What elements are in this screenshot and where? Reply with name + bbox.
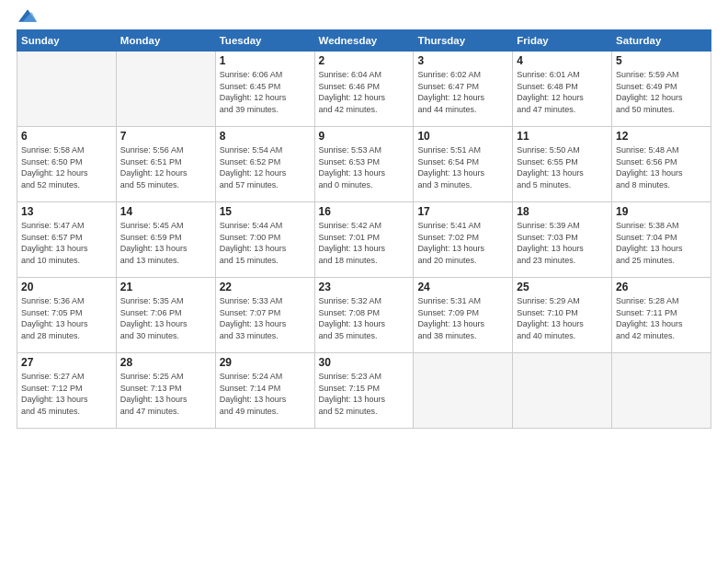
day-detail: Sunrise: 5:31 AM Sunset: 7:09 PM Dayligh…: [417, 295, 508, 341]
day-detail: Sunrise: 5:38 AM Sunset: 7:04 PM Dayligh…: [616, 220, 707, 266]
day-number: 10: [417, 130, 508, 143]
day-detail: Sunrise: 6:06 AM Sunset: 6:45 PM Dayligh…: [220, 69, 311, 115]
calendar-cell: 14Sunrise: 5:45 AM Sunset: 6:59 PM Dayli…: [116, 202, 215, 278]
calendar-cell: 19Sunrise: 5:38 AM Sunset: 7:04 PM Dayli…: [612, 202, 711, 278]
calendar-week-row: 1Sunrise: 6:06 AM Sunset: 6:45 PM Daylig…: [17, 52, 711, 127]
calendar-week-row: 13Sunrise: 5:47 AM Sunset: 6:57 PM Dayli…: [17, 202, 711, 278]
calendar-cell: 16Sunrise: 5:42 AM Sunset: 7:01 PM Dayli…: [314, 202, 414, 278]
day-detail: Sunrise: 5:56 AM Sunset: 6:51 PM Dayligh…: [120, 144, 211, 190]
day-number: 25: [517, 281, 608, 293]
day-number: 12: [616, 130, 707, 143]
calendar-cell: 18Sunrise: 5:39 AM Sunset: 7:03 PM Dayli…: [513, 202, 612, 278]
calendar-cell: [414, 353, 513, 429]
calendar-cell: 24Sunrise: 5:31 AM Sunset: 7:09 PM Dayli…: [414, 278, 513, 353]
calendar-cell: 26Sunrise: 5:28 AM Sunset: 7:11 PM Dayli…: [612, 278, 711, 353]
calendar-cell: 8Sunrise: 5:54 AM Sunset: 6:52 PM Daylig…: [215, 127, 314, 202]
header: [17, 9, 711, 22]
day-number: 2: [319, 54, 410, 67]
day-detail: Sunrise: 5:33 AM Sunset: 7:07 PM Dayligh…: [220, 295, 311, 341]
calendar-week-row: 27Sunrise: 5:27 AM Sunset: 7:12 PM Dayli…: [17, 353, 711, 429]
day-number: 7: [120, 130, 211, 143]
day-detail: Sunrise: 5:59 AM Sunset: 6:49 PM Dayligh…: [616, 69, 707, 115]
day-number: 8: [220, 130, 311, 143]
calendar-cell: 13Sunrise: 5:47 AM Sunset: 6:57 PM Dayli…: [17, 202, 117, 278]
day-detail: Sunrise: 5:47 AM Sunset: 6:57 PM Dayligh…: [21, 220, 112, 266]
day-number: 14: [120, 205, 211, 218]
col-header-tuesday: Tuesday: [215, 30, 314, 52]
col-header-monday: Monday: [116, 30, 215, 52]
calendar-cell: 22Sunrise: 5:33 AM Sunset: 7:07 PM Dayli…: [215, 278, 314, 353]
day-detail: Sunrise: 5:28 AM Sunset: 7:11 PM Dayligh…: [616, 295, 707, 341]
day-detail: Sunrise: 6:02 AM Sunset: 6:47 PM Dayligh…: [417, 69, 508, 115]
calendar-cell: [612, 353, 711, 429]
day-number: 29: [220, 356, 311, 369]
calendar-cell: 17Sunrise: 5:41 AM Sunset: 7:02 PM Dayli…: [414, 202, 513, 278]
calendar-table: SundayMondayTuesdayWednesdayThursdayFrid…: [17, 29, 711, 429]
day-detail: Sunrise: 5:35 AM Sunset: 7:06 PM Dayligh…: [120, 295, 211, 341]
day-detail: Sunrise: 5:42 AM Sunset: 7:01 PM Dayligh…: [319, 220, 410, 266]
calendar-cell: 28Sunrise: 5:25 AM Sunset: 7:13 PM Dayli…: [116, 353, 215, 429]
day-detail: Sunrise: 5:27 AM Sunset: 7:12 PM Dayligh…: [21, 371, 112, 417]
col-header-saturday: Saturday: [612, 30, 711, 52]
day-number: 26: [616, 281, 707, 293]
calendar-cell: 2Sunrise: 6:04 AM Sunset: 6:46 PM Daylig…: [314, 52, 414, 127]
day-detail: Sunrise: 5:29 AM Sunset: 7:10 PM Dayligh…: [517, 295, 608, 341]
day-number: 22: [220, 281, 311, 293]
day-detail: Sunrise: 5:32 AM Sunset: 7:08 PM Dayligh…: [319, 295, 410, 341]
day-detail: Sunrise: 6:04 AM Sunset: 6:46 PM Dayligh…: [319, 69, 410, 115]
day-number: 5: [616, 54, 707, 67]
calendar-cell: 27Sunrise: 5:27 AM Sunset: 7:12 PM Dayli…: [17, 353, 117, 429]
calendar-cell: 9Sunrise: 5:53 AM Sunset: 6:53 PM Daylig…: [314, 127, 414, 202]
day-number: 13: [21, 205, 112, 218]
day-number: 18: [517, 205, 608, 218]
day-number: 28: [120, 356, 211, 369]
day-number: 1: [220, 54, 311, 67]
day-number: 16: [319, 205, 410, 218]
day-detail: Sunrise: 5:25 AM Sunset: 7:13 PM Dayligh…: [120, 371, 211, 417]
logo-icon: [18, 9, 37, 22]
day-detail: Sunrise: 5:36 AM Sunset: 7:05 PM Dayligh…: [21, 295, 112, 341]
calendar-cell: [17, 52, 117, 127]
day-detail: Sunrise: 5:50 AM Sunset: 6:55 PM Dayligh…: [517, 144, 608, 190]
calendar-cell: 20Sunrise: 5:36 AM Sunset: 7:05 PM Dayli…: [17, 278, 117, 353]
day-number: 30: [319, 356, 410, 369]
day-number: 24: [417, 281, 508, 293]
calendar-header-row: SundayMondayTuesdayWednesdayThursdayFrid…: [17, 30, 711, 52]
calendar-cell: [116, 52, 215, 127]
day-number: 20: [21, 281, 112, 293]
calendar-cell: 11Sunrise: 5:50 AM Sunset: 6:55 PM Dayli…: [513, 127, 612, 202]
day-detail: Sunrise: 6:01 AM Sunset: 6:48 PM Dayligh…: [517, 69, 608, 115]
day-detail: Sunrise: 5:44 AM Sunset: 7:00 PM Dayligh…: [220, 220, 311, 266]
day-number: 27: [21, 356, 112, 369]
day-detail: Sunrise: 5:39 AM Sunset: 7:03 PM Dayligh…: [517, 220, 608, 266]
calendar-cell: 3Sunrise: 6:02 AM Sunset: 6:47 PM Daylig…: [414, 52, 513, 127]
col-header-sunday: Sunday: [17, 30, 117, 52]
calendar-cell: 7Sunrise: 5:56 AM Sunset: 6:51 PM Daylig…: [116, 127, 215, 202]
day-detail: Sunrise: 5:54 AM Sunset: 6:52 PM Dayligh…: [220, 144, 311, 190]
calendar-cell: 5Sunrise: 5:59 AM Sunset: 6:49 PM Daylig…: [612, 52, 711, 127]
calendar-cell: 21Sunrise: 5:35 AM Sunset: 7:06 PM Dayli…: [116, 278, 215, 353]
calendar-cell: [513, 353, 612, 429]
day-number: 9: [319, 130, 410, 143]
day-detail: Sunrise: 5:45 AM Sunset: 6:59 PM Dayligh…: [120, 220, 211, 266]
day-detail: Sunrise: 5:53 AM Sunset: 6:53 PM Dayligh…: [319, 144, 410, 190]
day-detail: Sunrise: 5:48 AM Sunset: 6:56 PM Dayligh…: [616, 144, 707, 190]
calendar-week-row: 6Sunrise: 5:58 AM Sunset: 6:50 PM Daylig…: [17, 127, 711, 202]
calendar-week-row: 20Sunrise: 5:36 AM Sunset: 7:05 PM Dayli…: [17, 278, 711, 353]
page: SundayMondayTuesdayWednesdayThursdayFrid…: [0, 0, 728, 563]
day-detail: Sunrise: 5:24 AM Sunset: 7:14 PM Dayligh…: [220, 371, 311, 417]
day-detail: Sunrise: 5:51 AM Sunset: 6:54 PM Dayligh…: [417, 144, 508, 190]
day-number: 11: [517, 130, 608, 143]
calendar-cell: 4Sunrise: 6:01 AM Sunset: 6:48 PM Daylig…: [513, 52, 612, 127]
day-number: 19: [616, 205, 707, 218]
day-number: 3: [417, 54, 508, 67]
col-header-wednesday: Wednesday: [314, 30, 414, 52]
calendar-cell: 6Sunrise: 5:58 AM Sunset: 6:50 PM Daylig…: [17, 127, 117, 202]
col-header-friday: Friday: [513, 30, 612, 52]
calendar-cell: 1Sunrise: 6:06 AM Sunset: 6:45 PM Daylig…: [215, 52, 314, 127]
calendar-cell: 10Sunrise: 5:51 AM Sunset: 6:54 PM Dayli…: [414, 127, 513, 202]
day-number: 23: [319, 281, 410, 293]
calendar-cell: 15Sunrise: 5:44 AM Sunset: 7:00 PM Dayli…: [215, 202, 314, 278]
day-number: 17: [417, 205, 508, 218]
calendar-cell: 29Sunrise: 5:24 AM Sunset: 7:14 PM Dayli…: [215, 353, 314, 429]
